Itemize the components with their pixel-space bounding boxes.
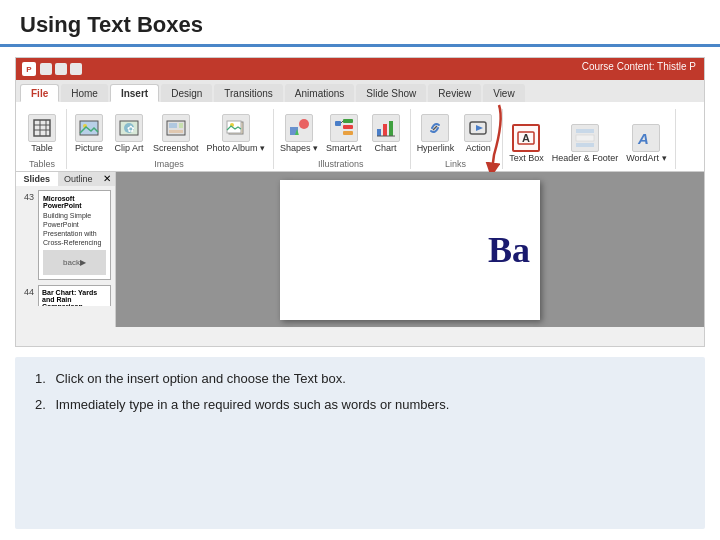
redo-icon[interactable] — [55, 63, 67, 75]
svg-rect-0 — [34, 120, 50, 136]
slide-44-wrapper: 44 Bar Chart: Yards and Rain Comparison — [38, 285, 111, 306]
tab-review[interactable]: Review — [428, 84, 481, 102]
svg-rect-5 — [80, 121, 98, 135]
textbox-label: Text Box — [509, 153, 544, 163]
outline-tab[interactable]: Outline — [58, 172, 100, 186]
ribbon-group-illustrations: Shapes ▾ SmartArt Chart — [276, 109, 411, 169]
textbox-button[interactable]: A Text Box — [507, 122, 546, 165]
text-items: A Text Box Header & Footer A — [507, 122, 668, 165]
slide-44-title: Bar Chart: Yards and Rain Comparison — [42, 289, 107, 306]
svg-line-24 — [341, 121, 343, 123]
shapes-button[interactable]: Shapes ▾ — [278, 112, 320, 155]
slide-43-thumbnail[interactable]: Microsoft PowerPoint Building Simple Pow… — [38, 190, 111, 280]
svg-rect-33 — [576, 129, 594, 133]
links-items: Hyperlink Action — [415, 112, 497, 155]
tab-home[interactable]: Home — [61, 84, 108, 102]
slide-panel: Slides Outline ✕ 43 Microsoft PowerPoint… — [16, 172, 116, 327]
ribbon-group-links: Hyperlink Action Links — [413, 109, 504, 169]
hyperlink-label: Hyperlink — [417, 143, 455, 153]
svg-text:A: A — [637, 130, 649, 147]
slides-tab[interactable]: Slides — [16, 172, 58, 186]
links-group-label: Links — [445, 159, 466, 169]
svg-rect-23 — [343, 131, 353, 135]
wordart-icon: A — [632, 124, 660, 152]
svg-text:✿: ✿ — [127, 124, 135, 134]
images-items: Picture ✿ Clip Art Screenshot — [71, 112, 267, 155]
svg-rect-22 — [343, 125, 353, 129]
svg-rect-27 — [389, 121, 393, 136]
hyperlink-button[interactable]: Hyperlink — [415, 112, 457, 155]
tab-view[interactable]: View — [483, 84, 525, 102]
table-icon — [28, 114, 56, 142]
clipart-label: Clip Art — [114, 143, 143, 153]
instructions-list: 1. Click on the insert option and choose… — [31, 369, 689, 414]
slide-43-image-label: back▶ — [63, 258, 86, 267]
table-button[interactable]: Table — [24, 112, 60, 155]
textbox-icon: A — [512, 124, 540, 152]
tab-animations[interactable]: Animations — [285, 84, 354, 102]
chart-label: Chart — [375, 143, 397, 153]
action-button[interactable]: Action — [460, 112, 496, 155]
ribbon-tabs: File Home Insert Design Transitions Anim… — [16, 80, 704, 102]
smartart-icon — [330, 114, 358, 142]
slide-43-wrapper: 43 Microsoft PowerPoint Building Simple … — [38, 190, 111, 280]
slide-thumbnail-area: 43 Microsoft PowerPoint Building Simple … — [16, 186, 115, 306]
photoalbum-label: Photo Album ▾ — [207, 143, 266, 153]
ppt-workspace: Slides Outline ✕ 43 Microsoft PowerPoint… — [16, 172, 704, 327]
header-footer-button[interactable]: Header & Footer — [550, 122, 621, 165]
slide-main-area: Ba — [116, 172, 704, 327]
ppt-titlebar: P Course Content: Thistle P — [16, 58, 704, 80]
svg-rect-13 — [169, 130, 183, 133]
tab-transitions[interactable]: Transitions — [214, 84, 283, 102]
clipart-button[interactable]: ✿ Clip Art — [111, 112, 147, 155]
tab-insert[interactable]: Insert — [110, 84, 159, 102]
table-label: Table — [31, 143, 53, 153]
svg-rect-25 — [377, 129, 381, 136]
photoalbum-button[interactable]: Photo Album ▾ — [205, 112, 268, 155]
tab-file[interactable]: File — [20, 84, 59, 102]
svg-point-18 — [299, 119, 309, 129]
save-icon[interactable] — [70, 63, 82, 75]
picture-button[interactable]: Picture — [71, 112, 107, 155]
undo-icon[interactable] — [40, 63, 52, 75]
svg-text:A: A — [522, 132, 530, 144]
ribbon-group-images: Picture ✿ Clip Art Screenshot — [69, 109, 274, 169]
ribbon-group-text: A Text Box Header & Footer A — [505, 109, 675, 169]
ppt-container: P Course Content: Thistle P File Home In… — [15, 57, 705, 347]
tab-slideshow[interactable]: Slide Show — [356, 84, 426, 102]
shapes-icon — [285, 114, 313, 142]
screenshot-icon — [162, 114, 190, 142]
action-icon — [464, 114, 492, 142]
slide-ba-text: Ba — [488, 229, 530, 271]
instruction-2: 2. Immediately type in a the required wo… — [31, 395, 689, 415]
slide-44-number: 44 — [24, 287, 34, 297]
slide-43-image: back▶ — [43, 250, 106, 275]
powerpoint-logo: P — [22, 62, 36, 76]
screenshot-label: Screenshot — [153, 143, 199, 153]
title-icons — [40, 63, 82, 75]
slide-panel-tabs: Slides Outline ✕ — [16, 172, 115, 186]
smartart-button[interactable]: SmartArt — [324, 112, 364, 155]
ribbon-body: Table Tables Picture ✿ — [16, 102, 704, 172]
shapes-label: Shapes ▾ — [280, 143, 318, 153]
svg-rect-21 — [343, 119, 353, 123]
header-footer-label: Header & Footer — [552, 153, 619, 163]
clipart-icon: ✿ — [115, 114, 143, 142]
tab-design[interactable]: Design — [161, 84, 212, 102]
chart-icon — [372, 114, 400, 142]
picture-icon — [75, 114, 103, 142]
slide-43-body: Building Simple PowerPoint Presentation … — [43, 211, 106, 247]
photoalbum-icon — [222, 114, 250, 142]
svg-marker-30 — [476, 125, 483, 131]
svg-rect-34 — [576, 143, 594, 147]
wordart-button[interactable]: A WordArt ▾ — [624, 122, 668, 165]
illustrations-items: Shapes ▾ SmartArt Chart — [278, 112, 404, 155]
action-label: Action — [466, 143, 491, 153]
chart-button[interactable]: Chart — [368, 112, 404, 155]
panel-close-button[interactable]: ✕ — [99, 172, 115, 186]
wordart-label: WordArt ▾ — [626, 153, 666, 163]
header-footer-icon — [571, 124, 599, 152]
picture-label: Picture — [75, 143, 103, 153]
slide-44-thumbnail[interactable]: Bar Chart: Yards and Rain Comparison — [38, 285, 111, 306]
screenshot-button[interactable]: Screenshot — [151, 112, 201, 155]
